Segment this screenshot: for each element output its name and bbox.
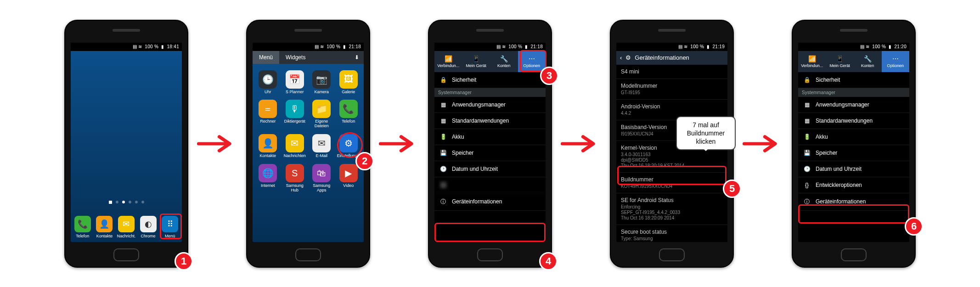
settings-row[interactable]: ▦ Anwendungsmanager	[798, 97, 909, 113]
drawer-app[interactable]: 📞 Telefon	[336, 100, 361, 129]
battery-icon	[889, 44, 891, 49]
drawer-app[interactable]: 🖼 Galerie	[336, 70, 361, 95]
row-label: Datum und Uhrzeit	[452, 166, 498, 172]
settings-row[interactable]: ⓘ Geräteinformationen	[798, 193, 909, 211]
row-label: Geräteinformationen	[816, 198, 866, 205]
info-item[interactable]: Secure boot status Type: Samsung	[616, 225, 727, 242]
tab-label: Verbindun...	[437, 63, 459, 68]
settings-tabs: 📶 Verbindun... 📱 Mein Gerät 🔧 Konten ⋯ O…	[434, 51, 546, 72]
app-label: Internet	[261, 184, 275, 188]
info-key: SE for Android Status	[621, 197, 723, 203]
home-button[interactable]	[295, 248, 321, 261]
row-label: Standardanwendungen	[452, 118, 509, 124]
settings-row[interactable]: ▦ Anwendungsmanager	[434, 97, 546, 113]
home-button[interactable]	[841, 248, 867, 261]
app-label: E-Mail	[315, 154, 327, 158]
tab-label: Optionen	[887, 63, 904, 68]
settings-row[interactable]: ⓘ Geräteinformationen	[434, 193, 546, 211]
settings-row[interactable]: 🕑 Datum und Uhrzeit	[434, 161, 546, 177]
drawer-app[interactable]: 🕒 Uhr	[255, 70, 281, 95]
settings-row[interactable]: 🔋 Akku	[434, 129, 546, 145]
drawer-app[interactable]: 🌐 Internet	[255, 164, 281, 193]
home-button[interactable]	[113, 248, 139, 261]
step-badge-3: 3	[540, 67, 558, 85]
app-label: Nachricht.	[117, 234, 136, 238]
settings-tab[interactable]: 🔧 Konten	[854, 51, 882, 72]
clock: 21:20	[894, 44, 907, 49]
row-icon: 🔒	[439, 77, 447, 83]
app-label: Samsung Apps	[310, 184, 333, 193]
drawer-app[interactable]: 📁 Eigene Dateien	[309, 100, 334, 129]
settings-row[interactable]: 🔒 Sicherheit	[798, 72, 909, 88]
clock: 21:18	[530, 44, 543, 49]
back-icon[interactable]: ‹	[620, 54, 622, 61]
row-label: Speicher	[816, 150, 837, 156]
info-item[interactable]: Buildnummer KOT49H.I9195XXUCNJ4	[616, 173, 727, 193]
step-2: ▤ ≋ 100 % 21:18 Menü Widgets ⬇ 🕒 Uhr 📅 S…	[246, 20, 370, 268]
settings-row[interactable]: ⬛	[434, 177, 546, 193]
drawer-app[interactable]: 🛍 Samsung Apps	[309, 164, 334, 193]
drawer-app[interactable]: 📷 Kamera	[309, 70, 334, 95]
info-key: Modellnummer	[621, 83, 723, 89]
settings-row[interactable]: {} Entwickleroptionen	[798, 177, 909, 193]
tab-menu[interactable]: Menü	[253, 51, 279, 64]
row-icon: 💾	[439, 150, 447, 156]
dock-app[interactable]: 👤 Kontakte	[94, 216, 115, 238]
dock-app[interactable]: 📞 Telefon	[72, 216, 93, 238]
home-button[interactable]	[477, 248, 503, 261]
gear-icon: ⚙	[625, 54, 631, 61]
settings-row[interactable]: 🔒 Sicherheit	[434, 72, 546, 88]
dock-app[interactable]: ⠿ Menü	[159, 216, 180, 238]
speech-bubble: 7 mal auf Buildnummer klicken	[676, 116, 736, 151]
settings-row[interactable]: 💾 Speicher	[434, 145, 546, 161]
drawer-app[interactable]: ＝ Rechner	[255, 100, 281, 129]
app-icon: ⚙	[339, 134, 358, 152]
tab-widgets[interactable]: Widgets	[279, 51, 312, 64]
app-grid: 🕒 Uhr 📅 S Planner 📷 Kamera 🖼 Galerie ＝ R…	[253, 64, 364, 242]
info-item[interactable]: Modellnummer GT-I9195	[616, 79, 727, 100]
arrow-icon	[742, 132, 783, 155]
download-icon[interactable]: ⬇	[350, 54, 364, 61]
app-icon: ▶	[339, 164, 358, 182]
settings-tab[interactable]: 📶 Verbindun...	[434, 51, 462, 72]
dock-app[interactable]: ◐ Chrome	[138, 216, 159, 238]
settings-row[interactable]: ▦ Standardanwendungen	[798, 113, 909, 129]
settings-row[interactable]: 💾 Speicher	[798, 145, 909, 161]
drawer-app[interactable]: 📅 S Planner	[282, 70, 308, 95]
drawer-app[interactable]: S Samsung Hub	[282, 164, 308, 193]
settings-tab[interactable]: 📱 Mein Gerät	[826, 51, 854, 72]
settings-tab[interactable]: 🔧 Konten	[490, 51, 518, 72]
settings-tab[interactable]: ⋯ Optionen	[882, 51, 910, 72]
phone-frame: ▤ ≋ 100 % 21:18 Menü Widgets ⬇ 🕒 Uhr 📅 S…	[246, 20, 370, 268]
clock: 18:41	[167, 44, 179, 49]
home-button[interactable]	[659, 248, 685, 261]
row-label: Sicherheit	[452, 77, 476, 83]
app-icon: ✉	[118, 216, 135, 232]
drawer-app[interactable]: ✉ Nachrichten	[282, 134, 308, 158]
app-label: Telefon	[76, 234, 89, 238]
settings-tab[interactable]: 📱 Mein Gerät	[462, 51, 490, 72]
row-icon: 🕑	[803, 166, 811, 172]
info-value: 4.4.2	[621, 111, 723, 116]
settings-tab[interactable]: ⋯ Optionen	[518, 51, 546, 72]
row-icon: ▦	[803, 118, 811, 124]
settings-row[interactable]: ▦ Standardanwendungen	[434, 113, 546, 129]
signal-icon: ▤ ≋	[678, 44, 688, 49]
app-label: Galerie	[342, 90, 355, 95]
info-key: Android-Version	[621, 103, 723, 110]
dock-app[interactable]: ✉ Nachricht.	[116, 216, 137, 238]
settings-tab[interactable]: 📶 Verbindun...	[798, 51, 826, 72]
info-key: Secure boot status	[621, 229, 723, 235]
settings-row[interactable]: 🔋 Akku	[798, 129, 909, 145]
step-badge-2: 2	[355, 152, 374, 170]
drawer-app[interactable]: 👤 Kontakte	[255, 134, 281, 158]
row-label: Geräteinformationen	[452, 198, 502, 205]
step-badge-1: 1	[175, 252, 193, 270]
drawer-app[interactable]: 🎙 Diktiergerät	[282, 100, 308, 129]
app-label: Kontakte	[96, 234, 113, 238]
settings-row[interactable]: 🕑 Datum und Uhrzeit	[798, 161, 909, 177]
info-item[interactable]: SE for Android Status Enforcing SEPF_GT-…	[616, 193, 727, 225]
drawer-app[interactable]: ▶ Video	[336, 164, 361, 193]
page-indicator	[71, 201, 182, 204]
drawer-app[interactable]: ✉ E-Mail	[309, 134, 334, 158]
